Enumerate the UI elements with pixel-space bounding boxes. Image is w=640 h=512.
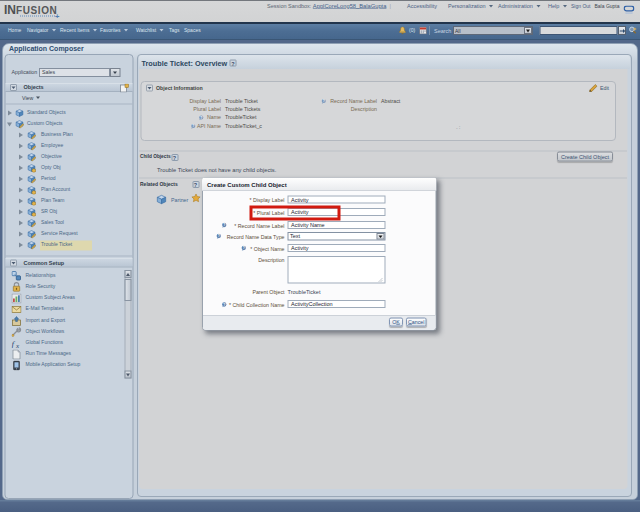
- svg-text:?: ?: [218, 234, 220, 238]
- svg-text:f: f: [12, 339, 16, 349]
- svg-text:x: x: [15, 342, 20, 349]
- svg-text:?: ?: [243, 247, 245, 251]
- svg-text:?: ?: [223, 303, 225, 307]
- svg-text:?: ?: [200, 116, 202, 120]
- svg-text:?: ?: [192, 124, 194, 128]
- svg-text:?: ?: [223, 223, 225, 227]
